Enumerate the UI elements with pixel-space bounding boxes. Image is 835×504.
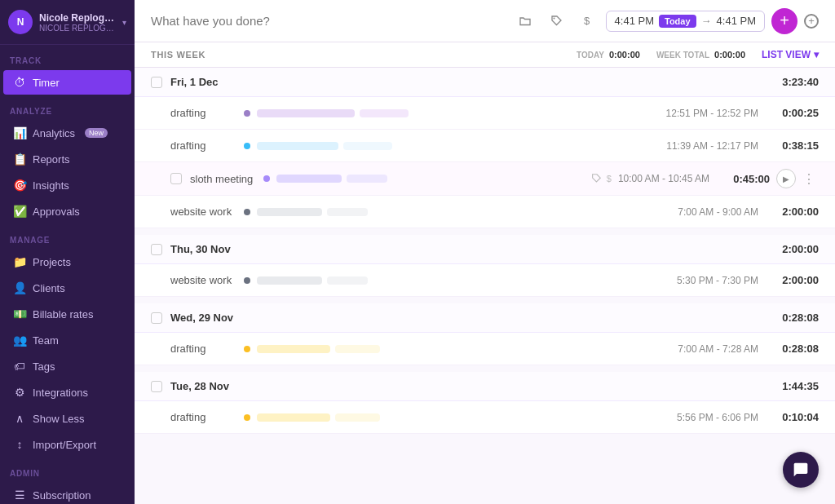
table-row: website work 7:00 AM - 9:00 AM 2:00:00: [135, 196, 835, 228]
project-bar-1: [276, 175, 342, 183]
sidebar-item-label: Integrations: [33, 387, 88, 399]
entries-area: Fri, 1 Dec 3:23:40 drafting 12:51 PM - 1…: [135, 68, 835, 504]
sidebar-item-label: Show Less: [33, 413, 85, 425]
analyze-section-label: ANALYZE: [0, 95, 135, 120]
description-input[interactable]: [151, 14, 503, 28]
day-date-tue: Tue, 28 Nov: [170, 380, 229, 392]
tag-icon: [550, 15, 563, 28]
sidebar-item-label: Import/Export: [33, 439, 96, 451]
day-total-thu: 2:00:00: [782, 243, 819, 255]
chat-icon: [793, 462, 809, 478]
tag-small-icon: [590, 173, 602, 184]
entry-duration: 0:45:00: [722, 173, 770, 185]
list-view-button[interactable]: LIST VIEW ▾: [762, 49, 819, 60]
sidebar-item-label: Analytics: [33, 127, 75, 139]
add-entry-button[interactable]: +: [771, 8, 797, 34]
folder-icon: [519, 15, 532, 28]
sidebar-item-approvals[interactable]: ✅ Approvals: [3, 199, 131, 223]
folder-icon-btn[interactable]: [513, 9, 537, 33]
chat-bubble-button[interactable]: [783, 452, 819, 488]
today-stat: TODAY 0:00:00: [577, 50, 640, 60]
day-checkbox-fri[interactable]: [151, 77, 162, 88]
insights-icon: 🎯: [13, 179, 26, 192]
day-checkbox-tue[interactable]: [151, 381, 162, 392]
entry-checkbox[interactable]: [170, 173, 182, 184]
sidebar-item-tags[interactable]: 🏷 Tags: [3, 354, 131, 378]
sidebar-item-label: Insights: [33, 179, 69, 192]
entry-time-range: 7:00 AM - 9:00 AM: [678, 206, 758, 218]
day-group-thu-30-nov: Thu, 30 Nov 2:00:00 website work 5:30 PM…: [135, 235, 835, 297]
integrations-icon: ⚙: [13, 386, 26, 399]
sidebar-item-clients[interactable]: 👤 Clients: [3, 276, 131, 300]
show-less-icon: ∧: [13, 412, 26, 425]
entry-time-range: 5:56 PM - 6:06 PM: [677, 412, 758, 423]
sidebar-item-billable-rates[interactable]: 💵 Billable rates: [3, 302, 131, 326]
play-button[interactable]: ▶: [776, 169, 796, 188]
sidebar-item-label: Subscription: [33, 489, 91, 502]
sidebar-item-label: Billable rates: [33, 308, 93, 321]
sidebar-item-subscription[interactable]: ☰ Subscription: [3, 483, 131, 504]
entry-duration: 0:38:15: [771, 139, 819, 152]
day-header-fri: Fri, 1 Dec 3:23:40: [135, 68, 835, 97]
project-bar-1: [257, 276, 322, 285]
week-bar: THIS WEEK TODAY 0:00:00 WEEK TOTAL 0:00:…: [135, 42, 835, 68]
week-stats: TODAY 0:00:00 WEEK TOTAL 0:00:00 LIST VI…: [577, 49, 819, 60]
sidebar-item-label: Projects: [33, 256, 71, 268]
project-bar-2: [335, 345, 380, 353]
entry-duration: 0:28:08: [771, 343, 819, 355]
sidebar-item-timer[interactable]: ⏱ Timer: [3, 70, 131, 95]
entry-duration: 0:00:25: [771, 107, 819, 119]
project-bar-2: [327, 276, 368, 285]
topbar: $ 4:41 PM Today → 4:41 PM + +: [135, 0, 835, 42]
sidebar: N Nicole Replogle'... NICOLE REPLOGLE'S …: [0, 0, 135, 504]
project-bar-2: [335, 413, 380, 422]
company: NICOLE REPLOGLE'S ...: [39, 24, 116, 33]
sidebar-item-insights[interactable]: 🎯 Insights: [3, 173, 131, 197]
project-bar-2: [343, 142, 392, 150]
sidebar-item-integrations[interactable]: ⚙ Integrations: [3, 380, 131, 405]
dollar-icon-btn[interactable]: $: [575, 9, 599, 33]
tags-icon: 🏷: [13, 360, 26, 373]
entry-project-bar: [257, 345, 678, 353]
sidebar-item-show-less[interactable]: ∧ Show Less: [3, 406, 131, 431]
entry-dot: [244, 414, 250, 421]
day-checkbox-thu[interactable]: [151, 244, 162, 255]
main-content: $ 4:41 PM Today → 4:41 PM + + THIS WEEK …: [135, 0, 835, 504]
entry-time-range: 5:30 PM - 7:30 PM: [677, 275, 758, 286]
sidebar-item-label: Tags: [33, 360, 55, 373]
end-time: 4:41 PM: [717, 15, 756, 27]
day-checkbox-wed[interactable]: [151, 312, 162, 324]
day-total-fri: 3:23:40: [782, 76, 819, 88]
sidebar-item-label: Timer: [33, 77, 60, 89]
day-date-wed: Wed, 29 Nov: [170, 312, 233, 324]
entry-project-bar: [257, 109, 666, 117]
sidebar-item-projects[interactable]: 📁 Projects: [3, 250, 131, 274]
table-row: sloth meeting $ 10:00 AM - 10:45 AM 0:45…: [135, 162, 835, 196]
entry-duration: 0:10:04: [771, 411, 819, 423]
project-bar-1: [257, 413, 330, 422]
day-group-wed-29-nov: Wed, 29 Nov 0:28:08 drafting 7:00 AM - 7…: [135, 303, 835, 365]
entry-name: drafting: [170, 139, 244, 152]
entry-project-bar: [257, 142, 666, 150]
day-header-tue: Tue, 28 Nov 1:44:35: [135, 372, 835, 401]
sidebar-item-analytics[interactable]: 📊 Analytics New: [3, 121, 131, 145]
sidebar-item-import-export[interactable]: ↕ Import/Export: [3, 432, 131, 457]
import-export-icon: ↕: [13, 438, 26, 451]
sidebar-item-label: Reports: [33, 153, 70, 166]
more-button[interactable]: ⋮: [799, 170, 819, 188]
time-range-input[interactable]: 4:41 PM Today → 4:41 PM: [606, 11, 765, 32]
sidebar-item-reports[interactable]: 📋 Reports: [3, 147, 131, 171]
chevron-down-icon: ▾: [814, 49, 819, 60]
week-label: THIS WEEK: [151, 50, 205, 60]
approvals-icon: ✅: [13, 205, 26, 218]
clients-icon: 👤: [13, 281, 26, 294]
day-total-tue: 1:44:35: [782, 380, 819, 392]
entry-name: drafting: [170, 411, 244, 423]
add-small-button[interactable]: +: [804, 14, 819, 29]
entry-icons: $: [590, 173, 612, 184]
sidebar-item-team[interactable]: 👥 Team: [3, 328, 131, 352]
entry-time-range: 12:51 PM - 12:52 PM: [666, 108, 758, 119]
day-group-tue-28-nov: Tue, 28 Nov 1:44:35 drafting 5:56 PM - 6…: [135, 372, 835, 434]
sidebar-header[interactable]: N Nicole Replogle'... NICOLE REPLOGLE'S …: [0, 0, 135, 45]
tag-icon-btn[interactable]: [544, 9, 568, 33]
